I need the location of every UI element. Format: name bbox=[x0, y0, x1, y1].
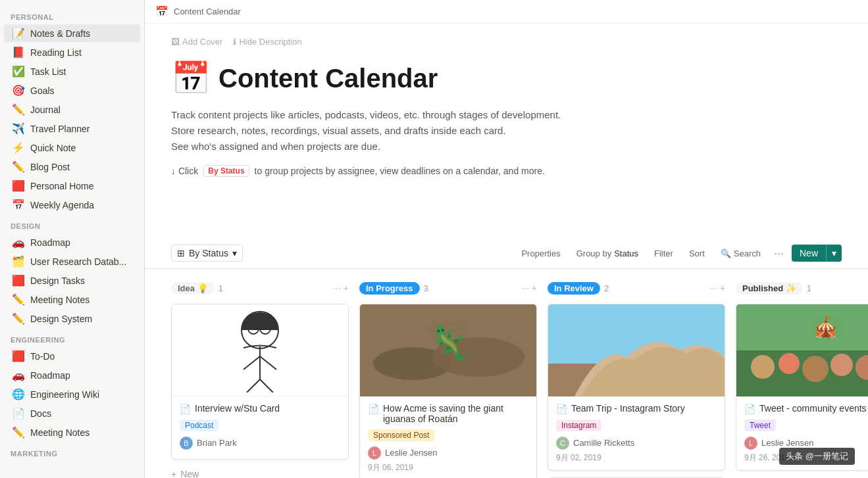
sidebar-item-icon: 📅 bbox=[12, 199, 25, 211]
board-area: Idea 💡1··· + 📄Interview w/Stu CardPodcas… bbox=[145, 269, 868, 479]
doc-icon: 📄 bbox=[556, 404, 567, 414]
sidebar-item[interactable]: 📝 Notes & Drafts bbox=[4, 24, 140, 42]
card-body: 📄Interview w/Stu CardPodcastBBrian Park bbox=[172, 396, 348, 459]
add-icon[interactable]: + bbox=[344, 283, 349, 293]
add-card-button[interactable]: + New bbox=[171, 466, 349, 479]
search-btn[interactable]: 🔍 Search bbox=[715, 246, 766, 261]
sidebar-item-icon: ⚡ bbox=[12, 141, 25, 154]
column-count: 1 bbox=[807, 283, 811, 293]
card-tag: Sponsored Post bbox=[368, 429, 434, 441]
filter-btn[interactable]: Filter bbox=[649, 246, 678, 261]
sidebar-item[interactable]: 🌐 Engineering Wiki bbox=[4, 385, 140, 403]
sidebar-item[interactable]: 🗂️ User Research Datab... bbox=[4, 252, 140, 270]
more-icon[interactable]: ··· bbox=[521, 283, 529, 293]
doc-icon: 📄 bbox=[180, 404, 191, 414]
sidebar-item-icon: 🚗 bbox=[12, 369, 25, 381]
svg-point-35 bbox=[830, 354, 853, 376]
group-by-btn[interactable]: Group by Status bbox=[571, 246, 644, 261]
more-options-btn[interactable]: ··· bbox=[771, 244, 786, 263]
svg-point-34 bbox=[802, 356, 829, 382]
column-badge: In Progress bbox=[359, 282, 420, 295]
column-badge: Idea 💡 bbox=[171, 282, 215, 295]
board-column-inreview: In Review2··· + 📄Team Trip - Instagram S… bbox=[548, 279, 725, 479]
sort-btn[interactable]: Sort bbox=[684, 246, 710, 261]
sidebar-item[interactable]: ✏️ Meeting Notes bbox=[4, 291, 140, 308]
sidebar-item-label: Blog Post bbox=[30, 162, 70, 172]
column-actions[interactable]: ··· + bbox=[709, 283, 725, 293]
sidebar-item-label: Design Tasks bbox=[30, 275, 85, 286]
sidebar-item[interactable]: 🟥 Personal Home bbox=[4, 177, 140, 195]
sidebar-item-icon: ✏️ bbox=[12, 293, 25, 306]
add-icon[interactable]: + bbox=[532, 283, 537, 293]
sidebar-item-icon: 🚗 bbox=[12, 236, 25, 249]
avatar: C bbox=[556, 437, 569, 450]
sidebar-item-icon: 📕 bbox=[12, 46, 25, 59]
sidebar-item-icon: ✏️ bbox=[12, 160, 25, 173]
sidebar-item-label: Notes & Drafts bbox=[30, 28, 90, 39]
svg-line-8 bbox=[247, 379, 260, 393]
sidebar-section-label: PERSONAL bbox=[0, 5, 144, 24]
column-header: In Progress3··· + bbox=[359, 279, 537, 297]
sidebar-item[interactable]: ✈️ Travel Planner bbox=[4, 120, 140, 137]
svg-text:🎪: 🎪 bbox=[813, 316, 838, 339]
sidebar-item-label: Weekly Agenda bbox=[30, 200, 94, 210]
sidebar-item-label: Quick Note bbox=[30, 143, 76, 153]
card-tag: Tweet bbox=[744, 419, 776, 431]
sidebar-item[interactable]: ✏️ Design System bbox=[4, 310, 140, 327]
board-toolbar: ⊞ By Status ▾ Properties Group by Status… bbox=[145, 239, 868, 269]
avatar: L bbox=[368, 446, 381, 460]
card-title: 📄Interview w/Stu Card bbox=[180, 403, 340, 414]
card-title: 📄Team Trip - Instagram Story bbox=[556, 403, 717, 414]
sidebar-item[interactable]: 📅 Weekly Agenda bbox=[4, 196, 140, 214]
sidebar-section-label: DESIGN bbox=[0, 214, 144, 233]
card-author: LLeslie Jensen bbox=[368, 446, 528, 460]
sidebar-item[interactable]: ✅ Task List bbox=[4, 62, 140, 80]
page-meta-actions: 🖼 Add Cover ℹ Hide Description bbox=[171, 37, 842, 47]
sidebar-item[interactable]: 🚗 Roadmap bbox=[4, 366, 140, 384]
new-button[interactable]: New ▾ bbox=[792, 245, 842, 262]
svg-rect-30 bbox=[736, 304, 868, 350]
view-selector[interactable]: ⊞ By Status ▾ bbox=[171, 245, 243, 262]
sidebar-item[interactable]: 🟥 To-Do bbox=[4, 347, 140, 365]
sidebar-item-label: To-Do bbox=[30, 351, 55, 362]
sidebar-item-label: Meeting Notes bbox=[30, 295, 89, 305]
sidebar-item-icon: 📝 bbox=[12, 27, 25, 39]
info-icon: ℹ bbox=[233, 37, 236, 47]
column-actions[interactable]: ··· + bbox=[333, 283, 349, 293]
sidebar-item[interactable]: 🟥 Design Tasks bbox=[4, 272, 140, 289]
board-card[interactable]: 🦎 📄How Acme is saving the giant iguanas … bbox=[359, 304, 537, 479]
add-cover-btn[interactable]: 🖼 Add Cover bbox=[171, 37, 222, 47]
sidebar-item-label: Personal Home bbox=[30, 181, 94, 191]
chevron-down-icon: ▾ bbox=[232, 248, 237, 258]
properties-btn[interactable]: Properties bbox=[516, 246, 565, 261]
board-card[interactable]: 📄Team Trip - Instagram StoryInstagramCCa… bbox=[548, 304, 725, 471]
hide-description-btn[interactable]: ℹ Hide Description bbox=[233, 37, 301, 47]
sidebar-item-icon: 🌐 bbox=[12, 388, 25, 400]
sidebar-item[interactable]: 🎯 Goals bbox=[4, 82, 140, 99]
author-name: Leslie Jensen bbox=[761, 438, 814, 448]
sidebar-item[interactable]: ✏️ Blog Post bbox=[4, 158, 140, 176]
card-tag: Podcast bbox=[180, 419, 218, 431]
more-icon[interactable]: ··· bbox=[709, 283, 717, 293]
sidebar-item[interactable]: 📕 Reading List bbox=[4, 43, 140, 61]
sidebar-item-icon: 🎯 bbox=[12, 84, 25, 97]
view-label: By Status bbox=[189, 248, 228, 258]
column-actions[interactable]: ··· + bbox=[521, 283, 537, 293]
sidebar-item[interactable]: ⚡ Quick Note bbox=[4, 139, 140, 156]
more-icon[interactable]: ··· bbox=[333, 283, 341, 293]
add-icon[interactable]: + bbox=[720, 283, 725, 293]
sidebar-item[interactable]: 🚗 Roadmap bbox=[4, 233, 140, 251]
board-card[interactable]: 🎪 📄Tweet - community events kickoffTweet… bbox=[736, 304, 868, 471]
sidebar-item[interactable]: 📄 Docs bbox=[4, 404, 140, 422]
sidebar-item[interactable]: ✏️ Journal bbox=[4, 101, 140, 118]
breadcrumb-icon: 📅 bbox=[155, 5, 168, 18]
sidebar-item-label: Design System bbox=[30, 314, 92, 324]
sidebar-item-label: Reading List bbox=[30, 47, 82, 58]
column-header: Published ✨1··· + bbox=[736, 279, 868, 297]
sidebar-item-label: Docs bbox=[30, 408, 51, 419]
new-dropdown-icon[interactable]: ▾ bbox=[826, 245, 842, 262]
status-badge[interactable]: By Status bbox=[203, 165, 249, 177]
sidebar-item-icon: ✈️ bbox=[12, 122, 25, 135]
board-card[interactable]: 📄Interview w/Stu CardPodcastBBrian Park bbox=[171, 304, 349, 460]
sidebar-item[interactable]: ✏️ Meeting Notes bbox=[4, 423, 140, 441]
